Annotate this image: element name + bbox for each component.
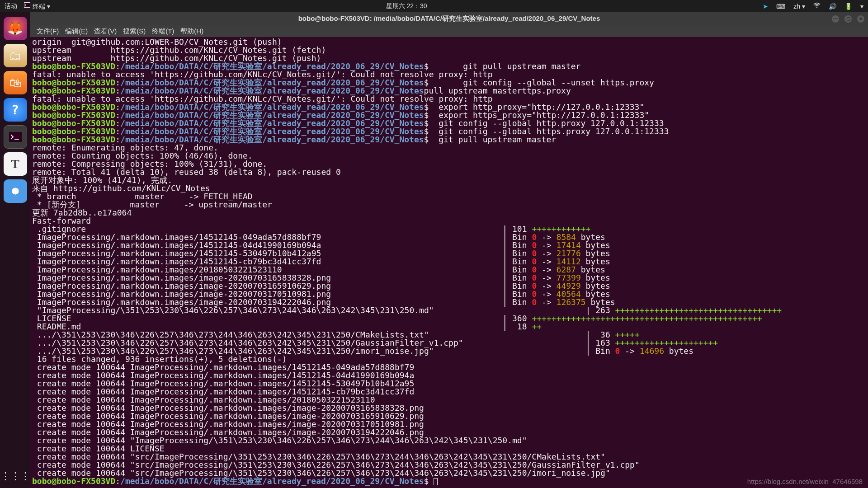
terminal-icon (24, 1, 31, 9)
svg-point-2 (816, 7, 817, 8)
dock-firefox[interactable]: 🦊 (4, 17, 27, 40)
input-lang[interactable]: zh ▾ (793, 3, 805, 10)
keyboard-icon[interactable]: ⌨ (776, 3, 785, 10)
dock-terminal[interactable] (4, 125, 27, 149)
maximize-button[interactable]: ▢ (844, 15, 852, 23)
clock[interactable]: 星期六 22：30 (386, 2, 427, 10)
menu-file[interactable]: 文件(F) (35, 26, 61, 37)
menu-help[interactable]: 帮助(H) (179, 26, 205, 37)
menu-edit[interactable]: 编辑(E) (63, 26, 90, 37)
dock-software[interactable]: 🛍 (4, 71, 27, 94)
close-button[interactable]: ✕ (857, 15, 864, 23)
telegram-icon[interactable]: ➤ (763, 3, 768, 10)
dock-chromium[interactable] (4, 179, 27, 203)
minimize-button[interactable]: — (832, 15, 839, 23)
menu-view[interactable]: 查看(V) (92, 26, 118, 37)
menubar: 文件(F) 编辑(E) 查看(V) 搜索(S) 终端(T) 帮助(H) (30, 25, 868, 37)
show-applications-icon[interactable]: ⋮⋮⋮ (0, 470, 30, 482)
battery-icon[interactable]: 🔋 (844, 3, 852, 10)
topbar-app-menu[interactable]: 终端 ▾ (24, 1, 50, 11)
volume-icon[interactable]: 🔊 (829, 3, 836, 10)
dock-text-editor[interactable]: T (4, 152, 27, 176)
dock: 🦊 🗂 🛍 ? T ⋮⋮⋮ (0, 12, 30, 488)
menu-terminal[interactable]: 终端(T) (150, 26, 176, 37)
terminal-output[interactable]: origin git@github.com:LOWER-BO/CV_Notes.… (30, 37, 868, 488)
dock-files[interactable]: 🗂 (4, 44, 27, 67)
window-titlebar: bobo@bobo-FX503VD: /media/bobo/DATA/C/研究… (30, 12, 868, 25)
menu-search[interactable]: 搜索(S) (121, 26, 147, 37)
power-icon[interactable]: ▾ (860, 3, 863, 10)
wifi-icon[interactable] (813, 2, 821, 10)
activities-button[interactable]: 活动 (5, 2, 17, 10)
window-title: bobo@bobo-FX503VD: /media/bobo/DATA/C/研究… (298, 14, 600, 23)
topbar: 活动 终端 ▾ 星期六 22：30 ➤ ⌨ zh ▾ 🔊 🔋 ▾ (0, 0, 868, 12)
watermark: https://blog.csdn.net/weixin_47646598 (747, 478, 863, 485)
svg-rect-3 (9, 132, 22, 142)
svg-rect-1 (24, 3, 30, 7)
dock-help[interactable]: ? (4, 98, 27, 122)
